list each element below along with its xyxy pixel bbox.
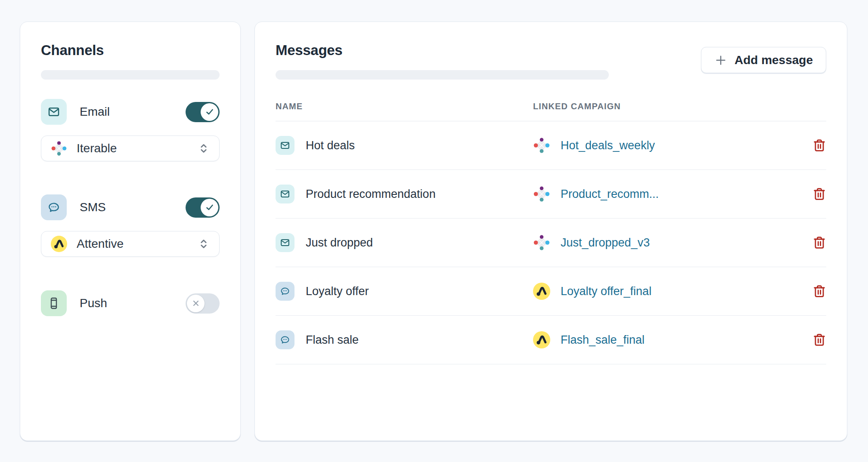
skeleton-bar (276, 70, 609, 80)
message-name: Product recommendation (306, 188, 436, 201)
table-row: Hot deals Hot_deals_weekly (276, 121, 826, 170)
email-icon (41, 99, 67, 125)
trash-icon (812, 139, 826, 152)
email-icon (276, 136, 294, 155)
table-row: Product recommendation Product_recomm... (276, 170, 826, 219)
toggle-x-icon (187, 295, 205, 312)
iterable-logo-icon (533, 234, 550, 251)
channel-label-push: Push (80, 296, 107, 310)
email-provider-value: Iterable (77, 142, 117, 155)
page: { "channels_card": { "title": "Channels"… (0, 0, 868, 462)
attentive-logo-icon (533, 283, 550, 300)
channel-label-sms: SMS (80, 200, 106, 214)
name-cell: Flash sale (276, 330, 533, 349)
campaign-cell: Flash_sale_final (533, 331, 807, 348)
channel-label-email: Email (80, 105, 110, 119)
sms-toggle[interactable] (186, 197, 220, 218)
campaign-cell: Just_dropped_v3 (533, 234, 807, 251)
messages-table: NAME LINKED CAMPAIGN Hot deals (276, 102, 826, 364)
channel-row-push: Push (41, 290, 220, 316)
table-row: Flash sale Flash_sale_final (276, 316, 826, 364)
table-row: Loyalty offer Loyalty offer_final (276, 267, 826, 316)
channel-row-sms: SMS (41, 194, 220, 220)
skeleton-bar (41, 70, 220, 80)
channels-card: Channels Email (20, 22, 241, 441)
push-toggle[interactable] (186, 293, 220, 314)
message-name: Hot deals (306, 139, 355, 152)
trash-icon (812, 284, 826, 298)
sms-icon (41, 194, 67, 220)
email-icon (276, 185, 294, 203)
table-row: Just dropped Just_dropped_v3 (276, 219, 826, 267)
sms-icon (276, 282, 294, 301)
email-toggle[interactable] (186, 102, 220, 122)
messages-header: Messages Add message (276, 43, 826, 80)
campaign-cell: Hot_deals_weekly (533, 137, 807, 154)
trash-icon (812, 187, 826, 201)
column-header-name: NAME (276, 102, 533, 111)
delete-message-button[interactable] (812, 236, 826, 249)
campaign-cell: Loyalty offer_final (533, 283, 807, 300)
delete-message-button[interactable] (812, 333, 826, 347)
column-header-linked-campaign: LINKED CAMPAIGN (533, 102, 807, 111)
channel-row-email: Email (41, 99, 220, 125)
chevron-up-down-icon (198, 238, 210, 250)
trash-icon (812, 333, 826, 347)
trash-icon (812, 236, 826, 249)
delete-message-button[interactable] (812, 284, 826, 298)
campaign-cell: Product_recomm... (533, 185, 807, 203)
name-cell: Just dropped (276, 233, 533, 252)
iterable-logo-icon (51, 140, 67, 157)
messages-card: Messages Add message NAME LINKED CAMPAIG… (254, 22, 847, 441)
campaign-link[interactable]: Flash_sale_final (561, 333, 645, 347)
iterable-logo-icon (533, 137, 550, 154)
delete-message-button[interactable] (812, 139, 826, 152)
email-icon (276, 233, 294, 252)
campaign-link[interactable]: Hot_deals_weekly (561, 139, 655, 152)
push-icon (41, 290, 67, 316)
message-name: Just dropped (306, 236, 373, 249)
campaign-link[interactable]: Loyalty offer_final (561, 285, 651, 298)
message-name: Flash sale (306, 333, 359, 347)
chevron-up-down-icon (198, 142, 210, 154)
name-cell: Loyalty offer (276, 282, 533, 301)
table-header-row: NAME LINKED CAMPAIGN (276, 102, 826, 121)
sms-provider-value: Attentive (77, 237, 124, 251)
iterable-logo-icon (533, 185, 550, 203)
add-message-label: Add message (735, 53, 813, 67)
delete-message-button[interactable] (812, 187, 826, 201)
add-message-button[interactable]: Add message (701, 47, 826, 73)
campaign-link[interactable]: Just_dropped_v3 (561, 236, 650, 249)
name-cell: Product recommendation (276, 185, 533, 203)
attentive-logo-icon (51, 236, 67, 252)
sms-icon (276, 330, 294, 349)
name-cell: Hot deals (276, 136, 533, 155)
message-name: Loyalty offer (306, 285, 369, 298)
email-provider-select[interactable]: Iterable (41, 136, 220, 161)
channels-title: Channels (41, 43, 220, 58)
attentive-logo-icon (533, 331, 550, 348)
toggle-check-icon (201, 103, 218, 121)
sms-provider-select[interactable]: Attentive (41, 231, 220, 257)
toggle-check-icon (201, 199, 218, 216)
plus-icon (714, 54, 727, 67)
campaign-link[interactable]: Product_recomm... (561, 188, 659, 201)
